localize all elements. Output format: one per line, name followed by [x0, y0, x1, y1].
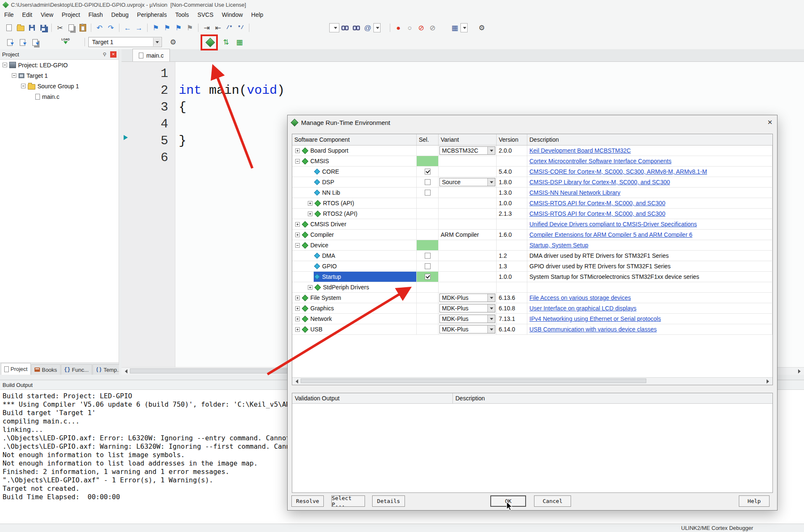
- tab-functions[interactable]: {} Func...: [61, 364, 92, 375]
- bookmark-next-button[interactable]: ⚑: [173, 22, 184, 34]
- scroll-left-arrow[interactable]: [122, 368, 129, 375]
- build-button[interactable]: [17, 37, 28, 48]
- variant-select[interactable]: MDK-Plus: [439, 294, 495, 302]
- expand-icon[interactable]: [295, 296, 300, 300]
- help-button[interactable]: Help: [739, 495, 770, 507]
- menu-view[interactable]: View: [37, 10, 58, 20]
- save-button[interactable]: [26, 22, 37, 34]
- variant-select[interactable]: Source: [439, 178, 495, 186]
- tree-item-project-root[interactable]: Project: LED-GPIO: [0, 60, 119, 70]
- description-link[interactable]: CMSIS-RTOS API for Cortex-M, SC000, and …: [529, 210, 665, 217]
- menu-flash[interactable]: Flash: [84, 10, 107, 20]
- table-horizontal-scrollbar[interactable]: [292, 377, 772, 385]
- pack-installer-button[interactable]: ▦: [234, 37, 245, 48]
- table-row[interactable]: File System MDK-Plus 6.13.6 File Access …: [292, 293, 772, 303]
- outdent-button[interactable]: ⇤: [212, 22, 224, 34]
- redo-button[interactable]: ↷: [105, 22, 116, 34]
- description-link[interactable]: CMSIS-DSP Library for Cortex-M, SC000, a…: [529, 179, 670, 185]
- find-combo[interactable]: [329, 23, 339, 32]
- table-row[interactable]: DMA 1.2 DMA driver used by RTE Drivers f…: [292, 251, 772, 261]
- table-row[interactable]: Board Support MCBSTM32C 2.0.0 Keil Devel…: [292, 146, 772, 156]
- breakpoint-disable-button[interactable]: ○: [404, 22, 415, 34]
- table-row[interactable]: USB MDK-Plus 6.14.0 USB Communication wi…: [292, 324, 772, 335]
- ok-button[interactable]: OK: [490, 495, 526, 507]
- find-in-files-button[interactable]: [339, 22, 351, 34]
- description-link[interactable]: CMSIS-CORE for Cortex-M, SC000, SC300, A…: [529, 168, 707, 175]
- expand-icon[interactable]: [295, 222, 300, 227]
- menu-peripherals[interactable]: Peripherals: [133, 10, 171, 20]
- tree-item-main-c[interactable]: main.c: [0, 91, 119, 102]
- table-row[interactable]: Device Startup, System Setup: [292, 240, 772, 251]
- cancel-button[interactable]: Cancel: [534, 495, 571, 507]
- checkbox-unchecked[interactable]: [425, 179, 431, 185]
- details-button[interactable]: Details: [372, 495, 405, 507]
- checkbox-unchecked[interactable]: [425, 253, 431, 259]
- incremental-find-combo[interactable]: [373, 23, 381, 32]
- tab-books[interactable]: Books: [31, 364, 60, 375]
- description-link[interactable]: USB Communication with various device cl…: [529, 326, 657, 333]
- close-icon[interactable]: ✕: [110, 51, 116, 58]
- table-row-startup-selected[interactable]: Startup 1.0.0 System Startup for STMicro…: [292, 272, 772, 282]
- description-link[interactable]: CMSIS-NN Neural Network Library: [529, 189, 620, 196]
- table-row[interactable]: Compiler ARM Compiler 1.6.0 Compiler Ext…: [292, 230, 772, 240]
- description-link[interactable]: Startup, System Setup: [529, 242, 588, 249]
- description-link[interactable]: Keil Development Board MCBSTM32C: [529, 147, 631, 154]
- breakpoint-toggle-button[interactable]: ●: [393, 22, 404, 34]
- tree-item-target[interactable]: Target 1: [0, 70, 119, 81]
- table-row[interactable]: NN Lib 1.3.0 CMSIS-NN Neural Network Lib…: [292, 188, 772, 198]
- expand-icon[interactable]: [295, 306, 300, 311]
- expand-icon[interactable]: [295, 148, 300, 153]
- description-link[interactable]: File Access on various storage devices: [529, 294, 631, 301]
- incremental-find-button[interactable]: @: [362, 22, 373, 34]
- close-icon[interactable]: ✕: [763, 115, 777, 130]
- menu-svcs[interactable]: SVCS: [193, 10, 217, 20]
- breakpoint-kill-button[interactable]: ⊘: [415, 22, 427, 34]
- expand-icon[interactable]: [295, 233, 300, 237]
- table-row[interactable]: RTOS (API) 1.0.0 CMSIS-RTOS API for Cort…: [292, 198, 772, 209]
- scroll-right-arrow[interactable]: [797, 368, 804, 375]
- description-link[interactable]: Cortex Microcontroller Software Interfac…: [529, 158, 672, 164]
- cut-button[interactable]: ✂: [54, 22, 66, 34]
- description-link[interactable]: IPv4 Networking using Ethernet or Serial…: [529, 315, 661, 322]
- menu-file[interactable]: File: [0, 10, 18, 20]
- scroll-right-arrow[interactable]: [765, 378, 772, 385]
- uncomment-button[interactable]: */: [235, 22, 246, 34]
- navigate-forward-button[interactable]: →: [133, 22, 145, 34]
- variant-select[interactable]: MCBSTM32C: [439, 146, 495, 155]
- pin-icon[interactable]: ⚲: [101, 51, 108, 58]
- table-row[interactable]: CORE 5.4.0 CMSIS-CORE for Cortex-M, SC00…: [292, 167, 772, 177]
- editor-tab-main-c[interactable]: main.c: [132, 49, 170, 61]
- expand-icon[interactable]: [295, 317, 300, 321]
- table-row[interactable]: Graphics MDK-Plus 6.10.8 User Interface …: [292, 303, 772, 314]
- table-row[interactable]: StdPeriph Drivers: [292, 282, 772, 293]
- bookmark-prev-button[interactable]: ⚑: [161, 22, 173, 34]
- checkbox-unchecked[interactable]: [425, 190, 431, 196]
- variant-select[interactable]: MDK-Plus: [439, 325, 495, 333]
- scroll-left-arrow[interactable]: [292, 378, 299, 385]
- indent-button[interactable]: ⇥: [201, 22, 212, 34]
- translate-button[interactable]: [4, 37, 16, 48]
- expand-icon[interactable]: [308, 201, 312, 206]
- table-row[interactable]: DSP Source 1.8.0 CMSIS-DSP Library for C…: [292, 177, 772, 188]
- download-button[interactable]: LOAD: [59, 36, 72, 48]
- target-select[interactable]: Target 1: [88, 37, 162, 47]
- rebuild-button[interactable]: [29, 37, 41, 48]
- table-row[interactable]: RTOS2 (API) 2.1.3 CMSIS-RTOS API for Cor…: [292, 209, 772, 219]
- expand-icon[interactable]: [308, 285, 312, 290]
- dialog-title-bar[interactable]: Manage Run-Time Environment ✕: [288, 115, 777, 130]
- resolve-button[interactable]: Resolve: [291, 495, 324, 507]
- menu-edit[interactable]: Edit: [18, 10, 37, 20]
- collapse-icon[interactable]: [295, 159, 300, 164]
- open-file-button[interactable]: [15, 22, 26, 34]
- description-link[interactable]: Unified Device Drivers compliant to CMSI…: [529, 221, 697, 228]
- copy-button[interactable]: [66, 22, 77, 34]
- menu-tools[interactable]: Tools: [171, 10, 193, 20]
- find-button[interactable]: [351, 22, 362, 34]
- variant-select[interactable]: MDK-Plus: [439, 315, 495, 323]
- collapse-icon[interactable]: [21, 84, 26, 88]
- undo-button[interactable]: ↶: [94, 22, 105, 34]
- table-row[interactable]: Network MDK-Plus 7.13.1 IPv4 Networking …: [292, 314, 772, 324]
- bookmark-toggle-button[interactable]: ⚑: [150, 22, 161, 34]
- menu-help[interactable]: Help: [247, 10, 267, 20]
- description-link[interactable]: CMSIS-RTOS API for Cortex-M, SC000, and …: [529, 200, 665, 206]
